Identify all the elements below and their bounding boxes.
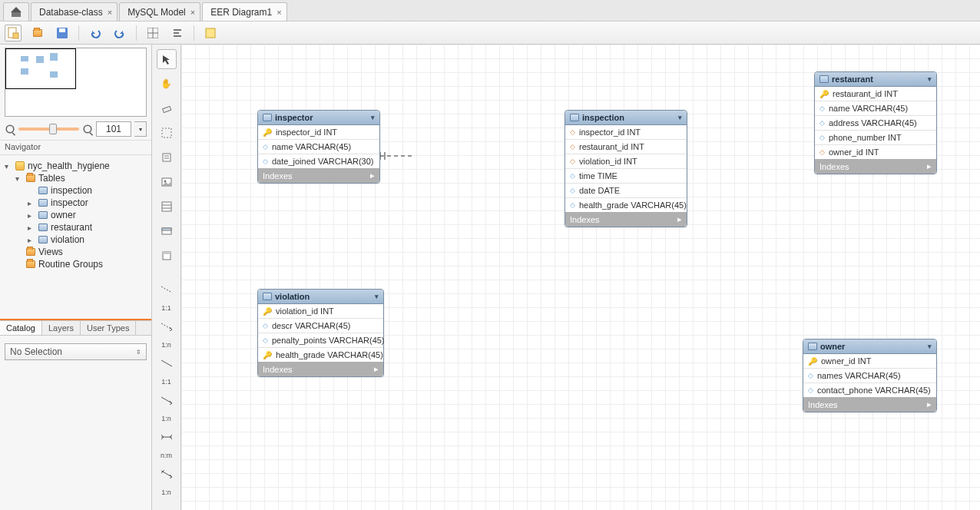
entity-column[interactable]: ◇phone_number INT [815, 130, 936, 144]
entity-column[interactable]: ◇contact_phone VARCHAR(45) [803, 382, 936, 397]
entity-header[interactable]: violation▾ [258, 290, 383, 304]
tool-view[interactable] [157, 221, 177, 241]
entity-header[interactable]: owner▾ [803, 339, 936, 354]
entity-restaurant[interactable]: restaurant▾🔑restaurant_id INT◇name VARCH… [814, 71, 937, 174]
entity-footer[interactable]: Indexes▸ [565, 212, 687, 227]
tree-folder-tables[interactable]: ▾ Tables [3, 172, 148, 184]
tree-folder-views[interactable]: Views [3, 246, 148, 258]
zoom-dropdown-button[interactable]: ▾ [134, 121, 147, 137]
tree-table-restaurant[interactable]: ▸ restaurant [3, 221, 148, 233]
entity-header[interactable]: restaurant▾ [815, 72, 936, 87]
undo-button[interactable] [87, 25, 104, 41]
redo-button[interactable] [111, 25, 128, 41]
entity-column[interactable]: ◇owner_id INT [815, 144, 936, 159]
btab-layers[interactable]: Layers [42, 321, 81, 335]
grid-toggle-button[interactable] [144, 25, 161, 41]
tool-rel-11-id[interactable] [157, 353, 177, 373]
disclosure-icon[interactable]: ▸ [28, 224, 35, 232]
entity-column[interactable]: 🔑restaurant_id INT [815, 87, 936, 101]
tool-routine[interactable] [157, 246, 177, 266]
zoom-slider[interactable] [18, 128, 79, 131]
disclosure-icon[interactable]: ▸ [28, 236, 35, 244]
tool-rel-place[interactable] [157, 464, 177, 484]
notes-button[interactable] [202, 25, 219, 41]
entity-column[interactable]: 🔑health_grade VARCHAR(45) [258, 347, 383, 362]
tool-table[interactable] [157, 197, 177, 217]
disclosure-icon[interactable]: ▾ [5, 162, 12, 171]
zoom-out-icon[interactable] [5, 124, 14, 133]
tool-eraser[interactable] [157, 98, 177, 118]
tool-image[interactable] [157, 172, 177, 192]
collapse-icon[interactable]: ▾ [371, 114, 375, 121]
tree-table-violation[interactable]: ▸ violation [3, 233, 148, 246]
entity-column[interactable]: 🔑inspector_id INT [258, 125, 379, 139]
diagram-canvas[interactable]: inspector▾🔑inspector_id INT◇name VARCHAR… [181, 45, 980, 510]
entity-column[interactable]: ◇penalty_points VARCHAR(45) [258, 333, 383, 347]
entity-column[interactable]: 🔑violation_id INT [258, 304, 383, 318]
tree-table-owner[interactable]: ▸ owner [3, 209, 148, 221]
entity-column[interactable]: ◇restaurant_id INT [565, 139, 687, 154]
tool-rel-nm[interactable] [157, 427, 177, 447]
tool-note[interactable] [157, 147, 177, 167]
tree-folder-routines[interactable]: Routine Groups [3, 258, 148, 270]
tree-table-inspector[interactable]: ▸ inspector [3, 197, 148, 209]
tab-eer-diagram1[interactable]: EER Diagram1 × [202, 2, 286, 21]
disclosure-icon[interactable]: ▸ [28, 199, 35, 207]
entity-column[interactable]: ◇descr VARCHAR(45) [258, 318, 383, 333]
entity-column[interactable]: ◇name VARCHAR(45) [815, 101, 936, 115]
tab-mysql-model[interactable]: MySQL Model × [119, 2, 200, 21]
entity-column[interactable]: ◇time TIME [565, 168, 687, 183]
save-button[interactable] [54, 25, 71, 41]
entity-inspector[interactable]: inspector▾🔑inspector_id INT◇name VARCHAR… [257, 110, 380, 184]
tool-rel-1n[interactable] [157, 316, 177, 336]
selection-dropdown[interactable]: No Selection ⇳ [5, 343, 147, 360]
tool-rel-1n-id[interactable] [157, 390, 177, 410]
entity-footer[interactable]: Indexes▸ [258, 168, 379, 183]
open-button[interactable] [29, 25, 46, 41]
entity-header[interactable]: inspector▾ [258, 111, 379, 125]
collapse-icon[interactable]: ▾ [928, 343, 932, 350]
entity-footer[interactable]: Indexes▸ [258, 362, 383, 376]
entity-column[interactable]: ◇health_grade VARCHAR(45) [565, 197, 687, 212]
collapse-icon[interactable]: ▾ [678, 114, 682, 121]
close-icon[interactable]: × [276, 8, 281, 17]
tab-database-class[interactable]: Database-class × [31, 2, 118, 21]
collapse-icon[interactable]: ▾ [928, 75, 932, 83]
home-tab[interactable] [3, 2, 29, 21]
align-button[interactable] [169, 25, 186, 41]
entity-footer[interactable]: Indexes▸ [815, 159, 936, 174]
disclosure-icon[interactable]: ▾ [15, 174, 23, 183]
minimap-viewport[interactable] [5, 48, 76, 89]
column-text: name VARCHAR(45) [272, 142, 351, 151]
entity-column[interactable]: ◇address VARCHAR(45) [815, 115, 936, 130]
entity-column[interactable]: ◇date DATE [565, 183, 687, 197]
close-icon[interactable]: × [190, 8, 195, 17]
entity-owner[interactable]: owner▾🔑owner_id INT◇names VARCHAR(45)◇co… [803, 339, 937, 412]
tool-rel-11[interactable] [157, 280, 177, 300]
entity-column[interactable]: ◇name VARCHAR(45) [258, 139, 379, 154]
entity-header[interactable]: inspection▾ [565, 111, 687, 125]
entity-violation[interactable]: violation▾🔑violation_id INT◇descr VARCHA… [257, 289, 384, 377]
new-document-button[interactable] [5, 25, 22, 41]
tool-hand[interactable]: ✋ [157, 74, 177, 94]
entity-column[interactable]: ◇inspector_id INT [565, 125, 687, 139]
tree-table-inspection[interactable]: inspection [3, 184, 148, 197]
entity-column[interactable]: ◇date_joined VARCHAR(30) [258, 154, 379, 168]
tool-pointer[interactable] [157, 49, 177, 69]
disclosure-icon[interactable]: ▸ [28, 211, 35, 220]
tree-db-node[interactable]: ▾ nyc_health_hygiene [3, 160, 148, 172]
entity-inspection[interactable]: inspection▾◇inspector_id INT◇restaurant_… [564, 110, 687, 227]
close-icon[interactable]: × [108, 8, 112, 17]
btab-catalog[interactable]: Catalog [0, 321, 42, 335]
tool-layer[interactable] [157, 123, 177, 143]
entity-column[interactable]: ◇violation_id INT [565, 154, 687, 168]
zoom-value-input[interactable]: 101 [96, 121, 131, 137]
entity-column[interactable]: 🔑owner_id INT [803, 354, 936, 368]
zoom-in-icon[interactable] [83, 124, 91, 133]
minimap[interactable] [5, 48, 147, 117]
btab-usertypes[interactable]: User Types [81, 321, 136, 335]
slider-thumb[interactable] [49, 124, 57, 134]
entity-footer[interactable]: Indexes▸ [803, 397, 936, 412]
collapse-icon[interactable]: ▾ [375, 293, 379, 300]
entity-column[interactable]: ◇names VARCHAR(45) [803, 368, 936, 382]
